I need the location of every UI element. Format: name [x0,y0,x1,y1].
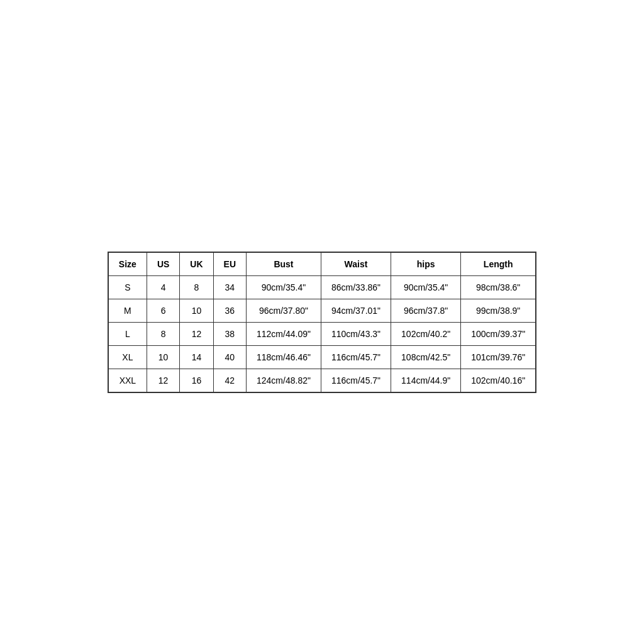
table-cell-3-2: 14 [180,345,213,369]
table-cell-1-3: 36 [213,299,246,322]
header-row: SizeUSUKEUBustWaisthipsLength [108,252,536,276]
table-cell-3-7: 101cm/39.76" [461,345,536,369]
table-cell-4-0: XXL [108,369,147,392]
table-row: XL101440118cm/46.46"116cm/45.7"108cm/42.… [108,345,536,369]
size-chart-container: SizeUSUKEUBustWaisthipsLength S483490cm/… [0,0,644,644]
table-row: L81238112cm/44.09"110cm/43.3"102cm/40.2"… [108,322,536,345]
table-cell-0-2: 8 [180,275,213,299]
table-cell-4-7: 102cm/40.16" [461,369,536,392]
table-cell-2-5: 110cm/43.3" [321,322,391,345]
table-row: XXL121642124cm/48.82"116cm/45.7"114cm/44… [108,369,536,392]
column-header-hips: hips [391,252,461,276]
column-header-size: Size [108,252,147,276]
table-cell-0-6: 90cm/35.4" [391,275,461,299]
table-cell-1-0: M [108,299,147,322]
table-cell-2-2: 12 [180,322,213,345]
table-cell-3-6: 108cm/42.5" [391,345,461,369]
table-cell-3-0: XL [108,345,147,369]
table-cell-1-6: 96cm/37.8" [391,299,461,322]
table-cell-4-4: 124cm/48.82" [247,369,321,392]
column-header-length: Length [461,252,536,276]
column-header-waist: Waist [321,252,391,276]
column-header-eu: EU [213,252,246,276]
table-cell-3-5: 116cm/45.7" [321,345,391,369]
column-header-bust: Bust [247,252,321,276]
column-header-uk: UK [180,252,213,276]
table-cell-1-7: 99cm/38.9" [461,299,536,322]
table-cell-4-3: 42 [213,369,246,392]
table-cell-4-5: 116cm/45.7" [321,369,391,392]
table-cell-1-4: 96cm/37.80" [247,299,321,322]
table-cell-2-0: L [108,322,147,345]
table-cell-3-1: 10 [147,345,179,369]
table-cell-1-1: 6 [147,299,179,322]
table-cell-0-0: S [108,275,147,299]
table-cell-0-5: 86cm/33.86" [321,275,391,299]
table-header: SizeUSUKEUBustWaisthipsLength [108,252,536,276]
table-cell-2-4: 112cm/44.09" [247,322,321,345]
column-header-us: US [147,252,179,276]
table-cell-4-2: 16 [180,369,213,392]
table-cell-2-1: 8 [147,322,179,345]
table-cell-3-3: 40 [213,345,246,369]
table-row: M6103696cm/37.80"94cm/37.01"96cm/37.8"99… [108,299,536,322]
table-cell-0-7: 98cm/38.6" [461,275,536,299]
table-cell-0-4: 90cm/35.4" [247,275,321,299]
table-row: S483490cm/35.4"86cm/33.86"90cm/35.4"98cm… [108,275,536,299]
table-cell-1-5: 94cm/37.01" [321,299,391,322]
table-cell-4-6: 114cm/44.9" [391,369,461,392]
size-chart-table: SizeUSUKEUBustWaisthipsLength S483490cm/… [108,252,536,393]
table-cell-1-2: 10 [180,299,213,322]
table-body: S483490cm/35.4"86cm/33.86"90cm/35.4"98cm… [108,275,536,392]
table-cell-0-3: 34 [213,275,246,299]
table-cell-2-3: 38 [213,322,246,345]
table-cell-3-4: 118cm/46.46" [247,345,321,369]
table-cell-4-1: 12 [147,369,179,392]
table-cell-0-1: 4 [147,275,179,299]
table-cell-2-7: 100cm/39.37" [461,322,536,345]
table-cell-2-6: 102cm/40.2" [391,322,461,345]
